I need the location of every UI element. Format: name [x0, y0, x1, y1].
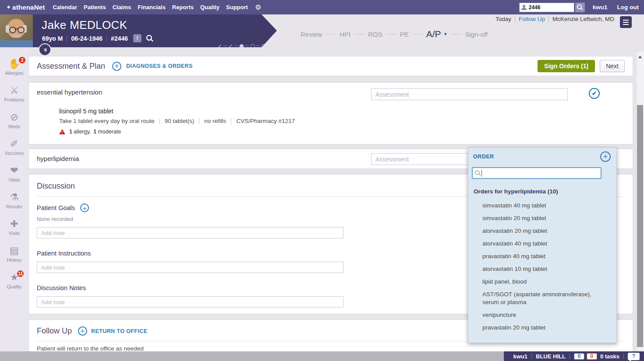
sidebar-item[interactable]: ❤ Vitals	[0, 165, 28, 182]
order-group-label: Orders for hyperlipidemia (10)	[474, 188, 558, 195]
sidebar-item[interactable]: ✐ Vaccines	[0, 138, 28, 156]
nav-menu-item[interactable]: Claims	[113, 4, 131, 11]
order-option[interactable]: venipuncture	[482, 308, 592, 321]
progress-step-icon: ✓	[218, 42, 222, 49]
horizontal-scrollbar[interactable]	[0, 351, 504, 361]
add-patient-goal-icon[interactable]: +	[80, 203, 89, 212]
expand-banner-button[interactable]: «	[39, 43, 51, 56]
status-bar: kwu1 BLUE HILL 0 0 0 tasks ?	[504, 351, 644, 361]
progress-step-icon: ○	[255, 42, 266, 49]
sidebar-item[interactable]: ✚ Visits	[0, 218, 28, 236]
chart-search-icon[interactable]	[146, 35, 153, 42]
order-option[interactable]: atorvastatin 10 mg tablet	[482, 263, 592, 275]
workflow-step[interactable]: ROS	[350, 31, 382, 38]
add-follow-up-icon[interactable]: +	[78, 326, 87, 336]
patient-photo[interactable]	[0, 14, 33, 47]
next-button[interactable]: Next	[600, 60, 625, 72]
brand-text: athenaNet	[12, 4, 45, 11]
plus-circle-icon[interactable]: +	[112, 62, 121, 71]
workflow-step[interactable]: PE	[382, 31, 409, 38]
logout-link[interactable]: Log out	[617, 4, 639, 11]
order-option[interactable]: atorvastatin 20 mg tablet	[482, 224, 592, 237]
sidebar-item[interactable]: ✋ 2 Allergies	[0, 58, 28, 76]
provider-name[interactable]: McKenzie Leftwich, MD	[552, 16, 614, 22]
heart-pulse-icon: ❤	[10, 165, 18, 176]
order-search-input[interactable]	[483, 170, 598, 176]
count-badge: 2	[19, 57, 25, 63]
top-nav: ✦ athenaNet CalendarPatientsClaimsFinanc…	[0, 0, 644, 14]
tasks-count[interactable]: 0 tasks	[600, 353, 619, 360]
diagnosis-name: hyperlipidemia	[37, 155, 79, 162]
order-search-field	[472, 167, 602, 179]
medication-order[interactable]: lisinopril 5 mg tablet Take 1 tablet eve…	[59, 108, 295, 135]
add-order-icon[interactable]: +	[600, 151, 611, 162]
encounter-workflow-steps: Review HPI ROS PE A/P ▼	[301, 26, 488, 42]
nav-right-cluster: kwu1 Log out	[519, 3, 644, 12]
workflow-step[interactable]: A/P ▼	[409, 29, 448, 39]
sidebar-item[interactable]: ▤ History	[0, 245, 28, 263]
search-submit-button[interactable]	[575, 3, 585, 12]
nav-menu-item[interactable]: Patients	[84, 4, 106, 11]
patient-goals-note-input[interactable]	[37, 227, 343, 238]
discussion-notes-input[interactable]	[37, 296, 343, 308]
nav-username[interactable]: kwu1	[593, 4, 608, 11]
workflow-step[interactable]: Sign-off	[448, 31, 488, 38]
add-diagnoses-orders-link[interactable]: DIAGNOSES & ORDERS	[126, 63, 193, 69]
sidebar-item[interactable]: ★ 11 Quality	[0, 272, 28, 289]
assessment-input[interactable]	[371, 88, 568, 100]
patient-dob: 06-24-1946	[71, 35, 103, 42]
order-option[interactable]: pravastatin 40 mg tablet	[482, 250, 592, 263]
patient-instructions-note-input[interactable]	[37, 262, 343, 273]
nav-menu: CalendarPatientsClaimsFinancialsReportsQ…	[53, 4, 248, 11]
return-to-office-link[interactable]: RETURN TO OFFICE	[91, 328, 147, 334]
diagnosis-name: essential hypertension	[37, 88, 102, 96]
today-link[interactable]: Today	[495, 16, 511, 22]
divider	[515, 16, 515, 22]
order-option[interactable]: lipid panel, blood	[482, 275, 592, 288]
encounter-progress-indicator: ✓✓●○○	[218, 42, 266, 49]
sidebar-item[interactable]: ⚗ Results	[0, 192, 28, 209]
order-option[interactable]: simvastatin 40 mg tablet	[482, 199, 592, 212]
workflow-step[interactable]: Review	[301, 31, 322, 38]
brand-leaf-icon: ✦	[6, 4, 11, 11]
vertical-scrollbar[interactable]	[636, 52, 644, 351]
encounter-links: Today Follow Up McKenzie Leftwich, MD	[495, 16, 614, 22]
nav-menu-item[interactable]: Financials	[138, 4, 166, 11]
help-icon[interactable]: ?	[628, 353, 640, 360]
follow-up-title: Follow Up	[37, 326, 72, 336]
follow-up-link[interactable]: Follow Up	[519, 16, 545, 22]
scrollbar-thumb[interactable]	[637, 105, 643, 347]
nav-menu-item[interactable]: Reports	[172, 4, 194, 11]
sidebar-item[interactable]: ⊘ Meds	[0, 112, 28, 129]
patient-search-input[interactable]	[528, 4, 569, 11]
nav-menu-item[interactable]: Calendar	[53, 4, 77, 11]
inbox-count-orange[interactable]: 0	[587, 353, 597, 360]
patient-alert-icon[interactable]: !	[133, 34, 142, 42]
inbox-count-blue[interactable]: 0	[574, 353, 584, 360]
patient-search-box	[519, 3, 574, 12]
scroll-up-icon[interactable]	[638, 56, 642, 58]
gear-icon[interactable]: ⚙	[255, 3, 261, 11]
status-username[interactable]: kwu1	[513, 353, 528, 360]
sidebar-item[interactable]: ⚔ Problems	[0, 85, 28, 102]
pills-icon: ⊘	[10, 112, 18, 123]
order-signed-check-icon[interactable]: ✔	[589, 88, 600, 99]
order-option[interactable]: atorvastatin 40 mg tablet	[482, 237, 592, 250]
workflow-step[interactable]: HPI	[322, 31, 350, 38]
nav-menu-item[interactable]: Quality	[200, 4, 219, 11]
athenanet-logo[interactable]: ✦ athenaNet	[6, 4, 45, 11]
hamburger-menu-icon[interactable]	[620, 16, 632, 28]
nav-menu-item[interactable]: Support	[226, 4, 248, 11]
order-option[interactable]: simvastatin 20 mg tablet	[482, 212, 592, 224]
order-option[interactable]: AST/SGOT (aspartate aminotransferase), s…	[482, 288, 592, 308]
magnifier-icon	[577, 4, 583, 10]
discussion-notes-label: Discussion Notes	[37, 284, 86, 291]
status-department[interactable]: BLUE HILL	[536, 353, 566, 360]
order-option[interactable]: pravastatin 20 mg tablet	[482, 321, 592, 334]
chevron-down-icon: ▼	[444, 32, 448, 36]
patient-age-sex: 69yo M	[42, 35, 63, 42]
chart-sidebar: ✋ 2 Allergies ⚔ Problems ⊘ Meds	[0, 47, 28, 351]
sign-orders-button[interactable]: Sign Orders (1)	[538, 60, 595, 72]
athenanet-app: ✦ athenaNet CalendarPatientsClaimsFinanc…	[0, 0, 644, 361]
sidebar-item-label: Results	[6, 204, 22, 209]
